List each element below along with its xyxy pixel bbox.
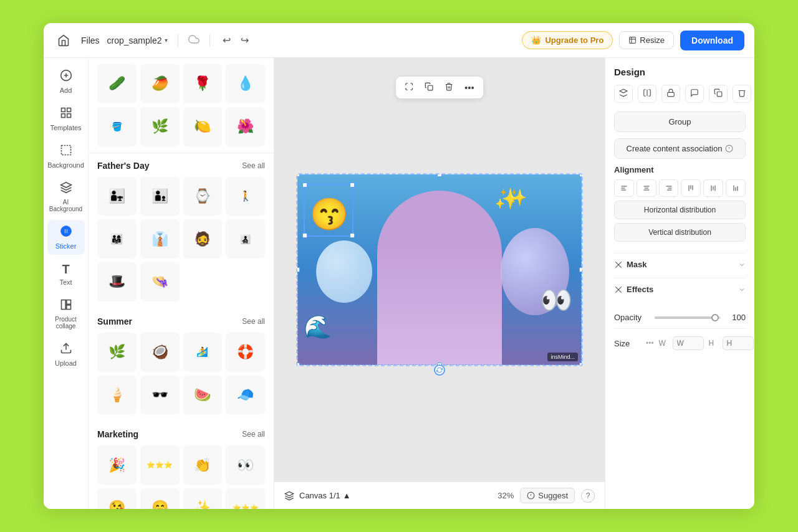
sticker-item[interactable]: 🏄 — [183, 333, 223, 372]
undo-button[interactable]: ↩ — [220, 32, 233, 49]
align-bottom-button[interactable] — [726, 179, 746, 197]
align-right-button[interactable] — [659, 179, 679, 197]
sticker-item[interactable]: ⭐⭐⭐ — [140, 445, 180, 485]
sticker-item[interactable]: 🧔 — [183, 219, 223, 259]
sticker-item[interactable]: 🥭 — [140, 64, 180, 103]
redo-button[interactable]: ↪ — [238, 32, 251, 49]
resize-handle-tl[interactable] — [302, 183, 307, 188]
sticker-item[interactable]: 😄 — [140, 488, 180, 509]
sticker-item[interactable]: 👔 — [140, 219, 180, 259]
upgrade-button[interactable]: 👑 Upgrade to Pro — [522, 31, 613, 49]
sticker-item[interactable]: 🕶️ — [140, 376, 180, 415]
sticker-item[interactable]: 🧢 — [226, 376, 265, 415]
mask-header[interactable]: Mask — [614, 260, 746, 269]
summer-header: Summer See all — [97, 316, 265, 326]
mask-label: Mask — [627, 260, 647, 269]
sidebar-item-upload[interactable]: Upload — [47, 337, 85, 372]
size-w-input[interactable] — [673, 336, 704, 350]
summer-see-all[interactable]: See all — [242, 317, 265, 326]
sticker-item[interactable]: 👏 — [183, 445, 223, 485]
resize-button[interactable]: Resize — [619, 31, 674, 49]
sticker-item[interactable]: 🛟 — [226, 333, 265, 372]
sticker-item[interactable]: 🎉 — [97, 445, 137, 485]
sidebar-item-text[interactable]: T Text — [47, 257, 85, 291]
content-association-button[interactable]: Create content association — [614, 138, 746, 159]
align-top-button[interactable] — [681, 179, 701, 197]
marketing-see-all[interactable]: See all — [242, 430, 265, 439]
sticker-item[interactable]: 👨‍👧‍👦 — [226, 219, 265, 259]
sticker-item[interactable]: 🥥 — [140, 333, 180, 372]
resize-handle-tr[interactable] — [350, 183, 355, 188]
delete-button[interactable] — [441, 80, 457, 95]
add-label: Add — [60, 87, 72, 94]
help-button[interactable]: ? — [581, 489, 595, 503]
sticker-item[interactable]: ⌚ — [183, 177, 223, 216]
canvas-page[interactable]: Canvas 1/1 ▲ — [299, 491, 351, 500]
sticker-item[interactable]: 👀 — [226, 445, 265, 485]
sticker-item[interactable]: 👨‍👧 — [97, 177, 137, 216]
sticker-item[interactable]: 😘 — [97, 488, 137, 509]
sticker-item[interactable]: 🌿 — [140, 107, 180, 146]
sticker-item[interactable]: 🌺 — [226, 107, 265, 146]
sticker-item[interactable]: 🍉 — [183, 376, 223, 415]
resize-handle-br[interactable] — [350, 233, 355, 238]
sidebar-item-ai-background[interactable]: AI Background — [47, 176, 85, 217]
vertical-distribution-button[interactable]: Vertical distribution — [614, 223, 746, 242]
align-center-h-button[interactable] — [637, 179, 656, 197]
summer-title: Summer — [97, 316, 132, 326]
insmind-badge: insMind... — [547, 353, 578, 361]
sticker-item[interactable]: 👒 — [140, 262, 180, 302]
sticker-item[interactable]: 🚶 — [226, 177, 265, 216]
mask-header-left: Mask — [614, 260, 647, 269]
svg-rect-7 — [67, 114, 70, 118]
files-label[interactable]: Files — [81, 36, 100, 45]
sticker-item[interactable]: 🌹 — [183, 64, 223, 103]
sticker-item[interactable]: 💧 — [226, 64, 265, 103]
download-button[interactable]: Download — [680, 31, 744, 50]
sticker-item[interactable]: 🍦 — [97, 376, 137, 415]
sticker-item[interactable]: 🪣 — [97, 107, 137, 146]
sticker-item[interactable]: 🥒 — [97, 64, 137, 103]
align-left-button[interactable] — [614, 179, 634, 197]
project-name-dropdown[interactable]: crop_sample2 ▾ — [107, 36, 168, 45]
sidebar-item-templates[interactable]: Templates — [47, 102, 85, 136]
canvas-image[interactable]: 😙 ✨ ✨ 🌊 👀 — [296, 173, 583, 366]
sticker-item[interactable]: ✨ — [183, 488, 223, 509]
suggest-button[interactable]: Suggest — [520, 488, 575, 503]
comment-icon-btn[interactable] — [685, 85, 704, 103]
canvas-wrap[interactable]: 😙 ✨ ✨ 🌊 👀 — [274, 58, 605, 482]
effects-header[interactable]: Effects — [614, 285, 746, 294]
size-h-input[interactable] — [723, 336, 754, 350]
canvas-page-label: Canvas 1/1 — [299, 491, 340, 500]
opacity-slider[interactable] — [655, 316, 721, 319]
sidebar-item-background[interactable]: Background — [47, 139, 85, 174]
fit-screen-button[interactable] — [401, 80, 417, 95]
opacity-slider-thumb[interactable] — [711, 314, 719, 321]
fathers-day-see-all[interactable]: See all — [242, 161, 265, 170]
sticker-item[interactable]: 👨‍👩‍👧 — [97, 219, 137, 259]
lock-icon-btn[interactable] — [661, 85, 680, 103]
sticker-item[interactable]: 👨‍👦 — [140, 177, 180, 216]
sticker-item[interactable]: 🌿 — [97, 333, 137, 372]
sticker-item[interactable]: ⭐⭐⭐ — [226, 488, 265, 509]
delete-icon-btn[interactable] — [733, 85, 751, 103]
sticker-item[interactable]: 🍋 — [183, 107, 223, 146]
group-button[interactable]: Group — [614, 112, 746, 132]
sidebar-item-add[interactable]: Add — [47, 64, 85, 99]
resize-icon — [628, 36, 637, 44]
duplicate-icon-btn[interactable] — [709, 85, 728, 103]
horizontal-distribution-button[interactable]: Horizontal distribution — [614, 201, 746, 219]
sidebar-item-sticker[interactable]: Sticker — [47, 220, 85, 255]
emoji-eyes-sticker: 👀 — [540, 285, 572, 315]
home-button[interactable] — [54, 31, 74, 50]
sidebar-item-product-collage[interactable]: Product collage — [47, 293, 85, 335]
sticker-item[interactable]: 🎩 — [97, 262, 137, 302]
copy-button[interactable] — [421, 80, 437, 95]
more-options-button[interactable]: ••• — [461, 80, 478, 95]
layers-button[interactable] — [284, 491, 294, 501]
align-middle-v-button[interactable] — [703, 179, 723, 197]
layers-icon-btn[interactable] — [614, 85, 633, 103]
resize-handle-bl[interactable] — [302, 233, 307, 238]
flip-icon-btn[interactable] — [638, 85, 656, 103]
rotate-handle[interactable] — [434, 364, 445, 376]
